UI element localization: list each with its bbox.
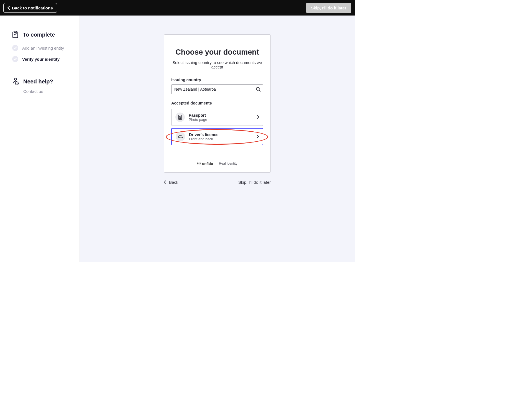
car-icon (176, 132, 185, 141)
country-field[interactable] (174, 87, 253, 91)
sidebar: To complete Add an investing entity Veri… (0, 16, 80, 262)
skip-bottom-button[interactable]: Skip, I'll do it later (238, 180, 271, 185)
accepted-documents-label: Accepted documents (171, 101, 263, 105)
clipboard-icon (12, 31, 18, 38)
svg-point-11 (179, 137, 180, 138)
back-label: Back to notifications (12, 6, 53, 10)
doc-title: Driver's licence (189, 132, 253, 137)
check-badge-icon (12, 56, 18, 62)
contact-us-link[interactable]: Contact us (23, 89, 68, 94)
doc-desc: Photo page (189, 118, 253, 122)
card-title: Choose your document (171, 48, 263, 57)
step-verify-identity[interactable]: Verify your identity (12, 56, 68, 62)
chevron-right-icon (257, 115, 259, 120)
svg-point-12 (181, 137, 182, 138)
onfido-footer: onfido Real Identity (171, 161, 263, 166)
onfido-mark-icon (197, 162, 201, 165)
back-to-notifications-button[interactable]: Back to notifications (3, 3, 57, 13)
search-icon (256, 87, 261, 92)
onfido-logo: onfido (197, 162, 213, 166)
topbar: Back to notifications Skip, I'll do it l… (0, 0, 355, 16)
passport-icon (175, 113, 185, 122)
issuing-country-input[interactable] (171, 84, 263, 94)
skip-top-button[interactable]: Skip, I'll do it later (306, 3, 351, 13)
svg-rect-1 (14, 31, 16, 33)
content: Choose your document Select issuing coun… (80, 16, 355, 262)
to-complete-heading: To complete (12, 31, 68, 38)
chevron-left-icon (7, 6, 10, 10)
below-card-nav: Back Skip, I'll do it later (164, 180, 271, 185)
doc-option-passport[interactable]: Passport Photo page (171, 109, 263, 126)
document-card: Choose your document Select issuing coun… (164, 34, 271, 173)
step-investing-entity[interactable]: Add an investing entity (12, 45, 68, 51)
country-label: Issuing country (171, 78, 263, 82)
footer-tag: Real Identity (219, 162, 237, 165)
svg-point-14 (199, 163, 200, 164)
card-subtitle: Select issuing country to see which docu… (171, 60, 263, 69)
svg-line-7 (259, 90, 260, 91)
doc-option-drivers-licence[interactable]: Driver's licence Front and back (171, 128, 263, 145)
check-badge-icon (12, 45, 18, 51)
footer-separator (216, 161, 216, 166)
help-icon: ? (12, 78, 19, 85)
svg-point-3 (14, 78, 17, 80)
divider (12, 69, 68, 69)
svg-text:?: ? (16, 82, 18, 85)
need-help-heading: ? Need help? (12, 78, 68, 85)
doc-title: Passport (189, 113, 253, 118)
chevron-left-icon (164, 180, 166, 184)
chevron-right-icon (257, 134, 259, 139)
back-button[interactable]: Back (164, 180, 178, 185)
doc-desc: Front and back (189, 137, 253, 141)
